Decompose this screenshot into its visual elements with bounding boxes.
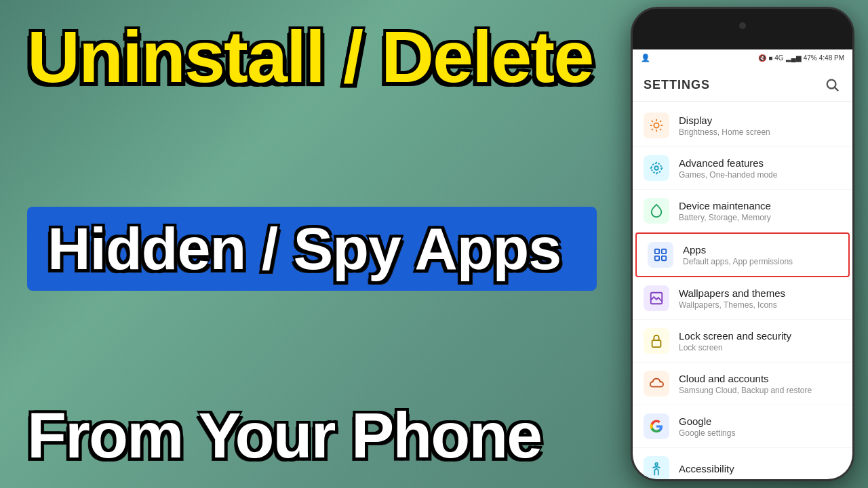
- accessibility-title: Accessibility: [679, 463, 842, 474]
- phone-container: 👤 🔇 ■ 4G ▂▄▆ 47% 4:48 PM SETTINGS: [617, 0, 868, 488]
- device-text: Device maintenance Battery, Storage, Mem…: [679, 200, 842, 222]
- settings-item-accessibility[interactable]: Accessibility: [633, 448, 852, 479]
- display-text: Display Brightness, Home screen: [679, 115, 842, 137]
- apps-icon: [648, 242, 673, 268]
- svg-point-12: [652, 163, 662, 174]
- status-bar: 👤 🔇 ■ 4G ▂▄▆ 47% 4:48 PM: [633, 49, 852, 66]
- lock-icon: [644, 328, 669, 354]
- screen: SETTINGS: [633, 66, 852, 479]
- apps-subtitle: Default apps, App permissions: [683, 257, 837, 266]
- google-subtitle: Google settings: [679, 428, 842, 438]
- settings-item-google[interactable]: Google Google settings: [633, 405, 852, 448]
- svg-line-8: [660, 129, 661, 130]
- svg-point-2: [654, 123, 658, 127]
- wallpapers-title: Wallpapers and themes: [679, 287, 842, 299]
- settings-item-advanced[interactable]: Advanced features Games, One-handed mode: [633, 147, 852, 190]
- device-title: Device maintenance: [679, 200, 842, 211]
- settings-item-wallpapers[interactable]: Wallpapers and themes Wallpapers, Themes…: [633, 277, 852, 320]
- google-text: Google Google settings: [679, 415, 842, 438]
- svg-rect-15: [655, 256, 659, 260]
- accessibility-icon: [644, 456, 669, 479]
- svg-rect-14: [662, 249, 666, 253]
- wallpapers-subtitle: Wallpapers, Themes, Icons: [679, 300, 842, 310]
- cloud-title: Cloud and accounts: [679, 373, 842, 384]
- advanced-subtitle: Games, One-handed mode: [679, 170, 842, 180]
- cloud-subtitle: Samsung Cloud, Backup and restore: [679, 386, 842, 395]
- svg-line-1: [835, 87, 838, 91]
- settings-header: SETTINGS: [633, 66, 852, 102]
- svg-line-10: [660, 121, 661, 122]
- display-subtitle: Brightness, Home screen: [679, 127, 842, 137]
- lock-title: Lock screen and security: [679, 330, 842, 342]
- svg-rect-13: [655, 249, 659, 253]
- profile-icon: 👤: [641, 54, 650, 62]
- svg-point-19: [655, 463, 658, 466]
- accessibility-text: Accessibility: [679, 463, 842, 476]
- svg-line-9: [652, 129, 653, 130]
- mute-icon: 🔇: [758, 54, 766, 62]
- svg-rect-18: [652, 340, 661, 347]
- clock: 4:48 PM: [819, 54, 844, 62]
- settings-item-cloud[interactable]: Cloud and accounts Samsung Cloud, Backup…: [633, 363, 852, 405]
- svg-line-7: [652, 121, 653, 122]
- cloud-text: Cloud and accounts Samsung Cloud, Backup…: [679, 373, 842, 395]
- wallpapers-text: Wallpapers and themes Wallpapers, Themes…: [679, 287, 842, 310]
- svg-rect-16: [662, 256, 666, 260]
- phone-top-bezel: [633, 9, 852, 49]
- google-icon: [644, 413, 669, 439]
- banner-text: Hidden / Spy Apps: [47, 219, 576, 279]
- advanced-text: Advanced features Games, One-handed mode: [679, 157, 842, 180]
- nfc-icon: ■: [768, 54, 772, 62]
- lock-text: Lock screen and security Lock screen: [679, 330, 842, 352]
- status-left: 👤: [641, 54, 650, 62]
- svg-point-0: [827, 80, 836, 89]
- battery-percent: 47%: [804, 54, 817, 62]
- title-line3: From Your Phone: [27, 403, 597, 468]
- device-icon: [644, 198, 669, 224]
- display-icon: [644, 113, 669, 138]
- advanced-title: Advanced features: [679, 157, 842, 169]
- signal-bars: ▂▄▆: [786, 54, 802, 62]
- settings-item-device[interactable]: Device maintenance Battery, Storage, Mem…: [633, 190, 852, 232]
- status-right: 🔇 ■ 4G ▂▄▆ 47% 4:48 PM: [758, 54, 844, 62]
- wallpapers-icon: [644, 285, 669, 311]
- svg-point-11: [654, 166, 658, 170]
- cloud-icon: [644, 371, 669, 396]
- lock-subtitle: Lock screen: [679, 343, 842, 352]
- title-line1: Uninstall / Delete: [27, 20, 597, 94]
- phone-mockup: 👤 🔇 ■ 4G ▂▄▆ 47% 4:48 PM SETTINGS: [631, 7, 854, 481]
- settings-item-display[interactable]: Display Brightness, Home screen: [633, 104, 852, 147]
- settings-list: Display Brightness, Home screen A: [633, 102, 852, 479]
- network-icon: 4G: [774, 54, 783, 62]
- settings-title: SETTINGS: [644, 78, 710, 92]
- phone-camera: [739, 22, 746, 29]
- apps-text: Apps Default apps, App permissions: [683, 244, 837, 266]
- google-title: Google: [679, 415, 842, 427]
- device-subtitle: Battery, Storage, Memory: [679, 213, 842, 222]
- advanced-icon: [644, 155, 669, 181]
- search-button[interactable]: [823, 75, 842, 94]
- phone-bottom-bezel: [633, 479, 852, 481]
- display-title: Display: [679, 115, 842, 126]
- settings-item-apps[interactable]: Apps Default apps, App permissions ➜: [635, 232, 850, 277]
- settings-item-lock[interactable]: Lock screen and security Lock screen: [633, 320, 852, 363]
- apps-title: Apps: [683, 244, 837, 256]
- blue-banner: Hidden / Spy Apps: [27, 207, 597, 291]
- left-content: Uninstall / Delete Hidden / Spy Apps Fro…: [14, 14, 610, 474]
